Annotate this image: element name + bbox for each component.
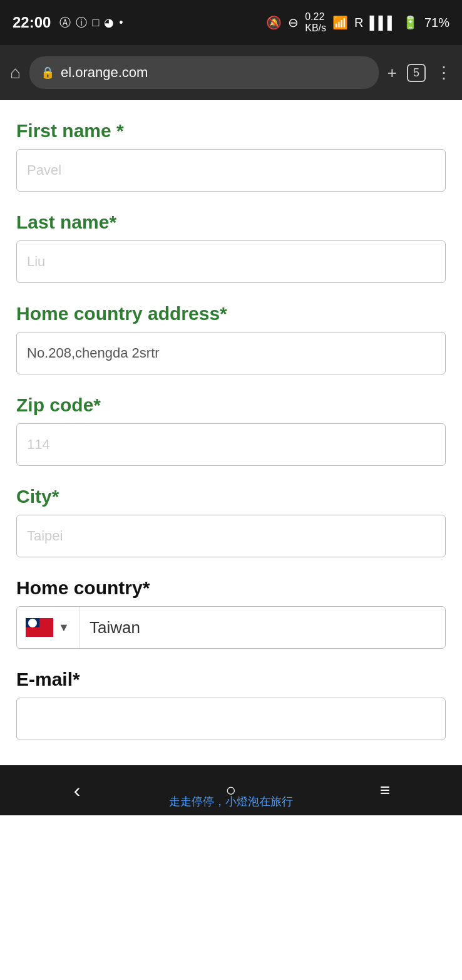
country-flag-section[interactable]: ▼ [17, 607, 80, 648]
square-icon: □ [92, 16, 99, 29]
minus-circle-icon: ⊖ [288, 15, 299, 30]
home-address-input[interactable] [16, 332, 446, 374]
battery-icon: 🔋 [403, 15, 418, 30]
status-left: 22:00 Ⓐ ⓘ □ ◕ • [13, 14, 123, 31]
home-country-group: Home country* ▼ Taiwan [16, 577, 446, 649]
city-input[interactable] [16, 515, 446, 557]
browser-actions: + 5 ⋮ [388, 63, 452, 83]
bottom-nav: ‹ ○ ≡ 走走停停，小燈泡在旅行 [0, 765, 462, 815]
zip-code-group: Zip code* [16, 395, 446, 466]
url-bar[interactable]: 🔒 el.orange.com [29, 56, 379, 89]
home-country-label: Home country* [16, 577, 446, 599]
status-right: 🔕 ⊖ 0.22KB/s 📶 R ▌▌▌ 🔋 71% [266, 11, 449, 34]
zip-code-input[interactable] [16, 423, 446, 466]
first-name-group: First name * [16, 120, 446, 192]
menu-button[interactable]: ≡ [366, 771, 404, 809]
dropdown-arrow-icon: ▼ [58, 621, 69, 634]
country-select[interactable]: ▼ Taiwan [16, 606, 446, 649]
taiwan-flag [26, 618, 53, 637]
battery-level: 71% [424, 16, 449, 30]
browser-bar: ⌂ 🔒 el.orange.com + 5 ⋮ [0, 45, 462, 100]
wifi-icon: 📶 [332, 15, 348, 30]
url-text: el.orange.com [61, 64, 148, 81]
signal-letter: R [354, 16, 363, 30]
status-icons: Ⓐ ⓘ □ ◕ • [59, 15, 123, 30]
last-name-group: Last name* [16, 212, 446, 283]
home-address-group: Home country address* [16, 303, 446, 374]
country-name: Taiwan [80, 618, 445, 637]
new-tab-button[interactable]: + [388, 63, 397, 83]
flag-sun [28, 619, 37, 627]
last-name-input[interactable] [16, 240, 446, 283]
email-input[interactable] [16, 698, 446, 740]
watermark: 走走停停，小燈泡在旅行 [169, 794, 293, 809]
status-time: 22:00 [13, 14, 51, 31]
browser-icon: ◕ [104, 16, 114, 29]
home-icon[interactable]: ⌂ [10, 63, 21, 83]
lock-icon: 🔒 [41, 66, 54, 80]
email-label: E-mail* [16, 669, 446, 690]
zip-code-label: Zip code* [16, 395, 446, 416]
facebook-icon: Ⓐ [59, 15, 71, 30]
data-speed: 0.22KB/s [305, 11, 326, 34]
menu-dots-button[interactable]: ⋮ [436, 63, 452, 83]
city-group: City* [16, 486, 446, 557]
signal-bars: ▌▌▌ [369, 16, 396, 30]
tab-count[interactable]: 5 [407, 64, 426, 82]
facebook-icon2: ⓘ [76, 15, 87, 30]
last-name-label: Last name* [16, 212, 446, 233]
back-button[interactable]: ‹ [58, 771, 96, 809]
dot-icon: • [119, 16, 123, 29]
mute-icon: 🔕 [266, 15, 282, 30]
menu-icon: ≡ [380, 780, 390, 800]
home-address-label: Home country address* [16, 303, 446, 324]
status-bar: 22:00 Ⓐ ⓘ □ ◕ • 🔕 ⊖ 0.22KB/s 📶 R ▌▌▌ 🔋 7… [0, 0, 462, 45]
page-content: First name * Last name* Home country add… [0, 120, 462, 765]
first-name-label: First name * [16, 120, 446, 142]
email-group: E-mail* [16, 669, 446, 740]
flag-blue-canton [26, 618, 39, 627]
first-name-input[interactable] [16, 149, 446, 192]
city-label: City* [16, 486, 446, 507]
back-icon: ‹ [74, 779, 81, 802]
